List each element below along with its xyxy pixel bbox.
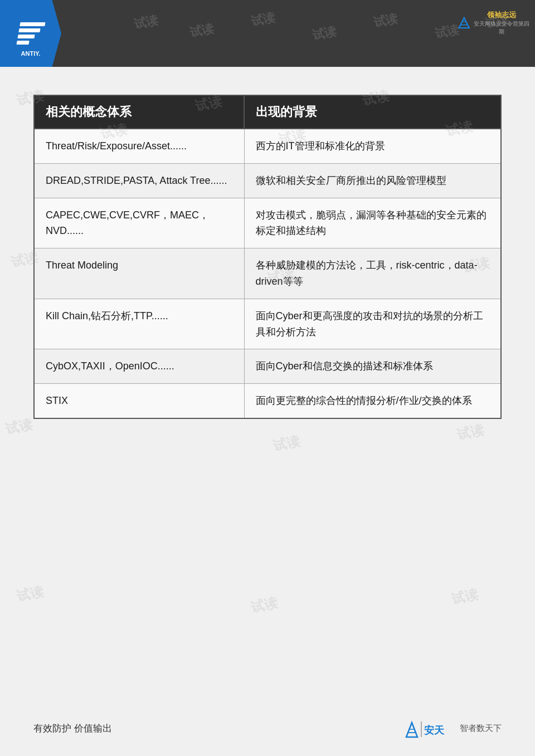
header-wm-3: 试读 xyxy=(250,9,277,30)
col1-header: 相关的概念体系 xyxy=(34,95,244,129)
svg-marker-0 xyxy=(459,17,469,27)
cell-left-3: Threat Modeling xyxy=(34,248,244,299)
table-row: CAPEC,CWE,CVE,CVRF，MAEC，NVD......对攻击模式，脆… xyxy=(34,198,501,248)
cell-right-3: 各种威胁建模的方法论，工具，risk-centric，data-driven等等 xyxy=(244,248,501,299)
footer-right-sub: 智者数天下 xyxy=(460,723,502,733)
brand-badge-top: 领袖志远 xyxy=(474,10,529,20)
main-content: 相关的概念体系 出现的背景 Threat/Risk/Exposure/Asset… xyxy=(0,67,535,441)
body-wm-15: 试读 xyxy=(450,585,480,608)
table-row: Threat Modeling各种威胁建模的方法论，工具，risk-centri… xyxy=(34,248,501,299)
cell-left-0: Threat/Risk/Exposure/Asset...... xyxy=(34,129,244,163)
brand-badge-bottom: 安天网络安全令营第四期 xyxy=(474,20,529,36)
table-row: STIX面向更完整的综合性的情报分析/作业/交换的体系 xyxy=(34,384,501,418)
col2-header: 出现的背景 xyxy=(244,95,501,129)
cell-right-0: 西方的IT管理和标准化的背景 xyxy=(244,129,501,163)
header-wm-4: 试读 xyxy=(311,23,338,43)
table-row: DREAD,STRIDE,PASTA, Attack Tree......微软和… xyxy=(34,163,501,198)
body-wm-13: 试读 xyxy=(15,582,45,605)
logo-stripes xyxy=(16,22,45,45)
cell-right-5: 面向Cyber和信息交换的描述和标准体系 xyxy=(244,349,501,384)
svg-marker-3 xyxy=(406,723,417,737)
brand-icon xyxy=(457,15,471,31)
cell-left-6: STIX xyxy=(34,384,244,418)
logo-text: ANTIY. xyxy=(21,50,41,57)
header-wm-2: 试读 xyxy=(188,20,216,41)
cell-right-4: 面向Cyber和更高强度的攻击和对抗的场景的分析工具和分析方法 xyxy=(244,299,501,349)
table-header-row: 相关的概念体系 出现的背景 xyxy=(34,95,501,129)
main-table: 相关的概念体系 出现的背景 Threat/Risk/Exposure/Asset… xyxy=(33,95,502,419)
footer: 有效防护 价值输出 安天 智者数天下 xyxy=(0,717,535,739)
cell-left-4: Kill Chain,钻石分析,TTP...... xyxy=(34,299,244,349)
header-wm-1: 试读 xyxy=(133,12,160,32)
cell-right-1: 微软和相关安全厂商所推出的风险管理模型 xyxy=(244,163,501,198)
brand-badge: 领袖志远 安天网络安全令营第四期 xyxy=(457,10,529,36)
logo-block: ANTIY. xyxy=(0,0,61,67)
svg-text:安天: 安天 xyxy=(424,724,445,736)
header: ANTIY. 试读 试读 试读 试读 试读 试读 试读 领袖志远 安天网络安全令… xyxy=(0,0,535,67)
stripe-4 xyxy=(16,41,29,45)
table-row: Kill Chain,钻石分析,TTP......面向Cyber和更高强度的攻击… xyxy=(34,299,501,349)
footer-left-text: 有效防护 价值输出 xyxy=(33,722,112,735)
top-right-logo: 领袖志远 安天网络安全令营第四期 xyxy=(457,4,529,41)
table-row: Threat/Risk/Exposure/Asset......西方的IT管理和… xyxy=(34,129,501,163)
stripe-2 xyxy=(18,28,40,32)
body-wm-14: 试读 xyxy=(249,593,279,616)
stripe-3 xyxy=(17,35,35,38)
cell-right-2: 对攻击模式，脆弱点，漏洞等各种基础的安全元素的标定和描述结构 xyxy=(244,198,501,248)
footer-logo-icon: 安天 xyxy=(402,717,458,739)
header-wm-5: 试读 xyxy=(372,10,400,31)
stripe-1 xyxy=(20,22,45,26)
cell-right-6: 面向更完整的综合性的情报分析/作业/交换的体系 xyxy=(244,384,501,418)
header-wm-6: 试读 xyxy=(434,21,461,42)
cell-left-1: DREAD,STRIDE,PASTA, Attack Tree...... xyxy=(34,163,244,198)
footer-sub-text: 智者数天下 xyxy=(460,723,502,734)
table-row: CybOX,TAXII，OpenIOC......面向Cyber和信息交换的描述… xyxy=(34,349,501,384)
cell-left-2: CAPEC,CWE,CVE,CVRF，MAEC，NVD...... xyxy=(34,198,244,248)
cell-left-5: CybOX,TAXII，OpenIOC...... xyxy=(34,349,244,384)
footer-right: 安天 智者数天下 xyxy=(402,717,502,739)
